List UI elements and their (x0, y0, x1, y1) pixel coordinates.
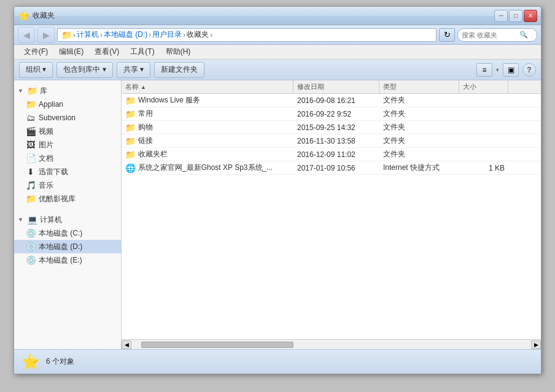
library-label: 库 (40, 86, 47, 96)
col-header-name[interactable]: 名称 ▲ (122, 80, 293, 93)
title-bar: ⭐ 收藏夹 ─ □ ✕ (14, 7, 541, 25)
drive-d-icon: 💿 (25, 242, 36, 252)
share-button[interactable]: 共享 ▾ (117, 62, 150, 78)
file-date-cell: 2015-09-25 14:32 (293, 123, 379, 132)
file-name: Windows Live 服务 (138, 95, 200, 106)
music-label: 音乐 (39, 180, 53, 191)
hscroll-right-button[interactable]: ▶ (531, 340, 541, 349)
tree-item-video[interactable]: 🎬 视频 (14, 125, 121, 138)
file-name-cell: 📁 链接 (122, 136, 293, 146)
file-list-header: 名称 ▲ 修改日期 类型 大小 (122, 80, 541, 94)
refresh-button[interactable]: ↻ (439, 28, 455, 42)
thunder-label: 迅雷下载 (39, 167, 68, 177)
file-date-cell: 2016-09-08 16:21 (293, 96, 379, 105)
address-path[interactable]: 📁 › 计算机 › 本地磁盘 (D:) › 用户目录 › 收藏夹 › (57, 28, 437, 42)
path-sep-5: › (210, 31, 212, 39)
path-drive[interactable]: 本地磁盘 (D:) (104, 29, 147, 40)
folder-subversion-icon: 🗂 (25, 113, 36, 123)
status-icon: ⭐ (21, 353, 40, 371)
path-computer[interactable]: 计算机 (77, 29, 99, 40)
path-folder-icon: 📁 (61, 30, 72, 40)
file-date-cell: 2016-11-30 13:58 (293, 137, 379, 145)
table-row[interactable]: 📁 常用 2016-09-22 9:52 文件夹 (122, 107, 541, 121)
table-row[interactable]: 📁 Windows Live 服务 2016-09-08 16:21 文件夹 (122, 94, 541, 107)
folder-applian-icon: 📁 (25, 99, 36, 109)
window-icon: ⭐ (18, 10, 30, 21)
menu-file[interactable]: 文件(F) (19, 45, 53, 58)
col-size-label: 大小 (463, 82, 476, 91)
hscroll-left-button[interactable]: ◀ (122, 340, 131, 349)
pictures-label: 图片 (39, 140, 53, 150)
youku-label: 优酷影视库 (39, 194, 76, 204)
address-bar: ◀ ▶ 📁 › 计算机 › 本地磁盘 (D:) › 用户目录 › 收藏夹 › ↻… (14, 25, 541, 45)
back-button[interactable]: ◀ (18, 27, 35, 43)
folder-thunder-icon: ⬇ (25, 167, 36, 177)
tree-item-drive-c[interactable]: 💿 本地磁盘 (C:) (14, 226, 121, 240)
path-sep-2: › (100, 31, 103, 39)
main-content: ▼ 📁 库 📁 Applian 🗂 Subversion 🎬 视频 (14, 80, 541, 349)
maximize-button[interactable]: □ (509, 10, 522, 22)
tree-item-music[interactable]: 🎵 音乐 (14, 179, 121, 192)
col-header-date[interactable]: 修改日期 (293, 80, 379, 93)
tree-section-library: ▼ 📁 库 📁 Applian 🗂 Subversion 🎬 视频 (14, 84, 121, 206)
file-name: 系统之家官网_最新Ghost XP Sp3系统_... (138, 163, 273, 173)
toolbar: 组织 ▾ 包含到库中 ▾ 共享 ▾ 新建文件夹 ≡ ▾ ▣ ? (14, 60, 541, 80)
file-type-cell: 文件夹 (379, 149, 459, 159)
col-name-label: 名称 (125, 82, 139, 91)
file-type-cell: 文件夹 (379, 136, 459, 146)
expand-library-icon: ▼ (18, 88, 24, 94)
horizontal-scrollbar[interactable]: ◀ ▶ (122, 339, 541, 349)
panel-spacer (14, 208, 121, 213)
file-date-cell: 2017-01-09 10:56 (293, 164, 379, 172)
file-date-cell: 2016-09-22 9:52 (293, 110, 379, 118)
table-row[interactable]: 📁 购物 2015-09-25 14:32 文件夹 (122, 121, 541, 134)
include-library-button[interactable]: 包含到库中 ▾ (56, 62, 112, 78)
path-current: 收藏夹 (187, 29, 209, 40)
path-userdir[interactable]: 用户目录 (152, 29, 182, 40)
file-list: 📁 Windows Live 服务 2016-09-08 16:21 文件夹 📁… (122, 94, 541, 339)
organize-button[interactable]: 组织 ▾ (19, 62, 53, 78)
close-button[interactable]: ✕ (524, 10, 537, 22)
menu-view[interactable]: 查看(V) (90, 45, 124, 58)
applian-label: Applian (39, 100, 63, 109)
hscroll-track[interactable] (141, 340, 521, 349)
col-date-label: 修改日期 (297, 82, 324, 91)
search-box[interactable]: 🔍 (457, 28, 537, 42)
tree-item-youku[interactable]: 📁 优酷影视库 (14, 192, 121, 206)
tree-item-subversion[interactable]: 🗂 Subversion (14, 111, 121, 125)
menu-tools[interactable]: 工具(T) (125, 45, 159, 58)
hscroll-thumb[interactable] (141, 342, 293, 348)
table-row[interactable]: 📁 收藏夹栏 2016-12-09 11:02 文件夹 (122, 148, 541, 161)
pane-button[interactable]: ▣ (503, 63, 519, 77)
organize-label: 组织 ▾ (26, 64, 46, 75)
status-text: 6 个对象 (46, 356, 74, 367)
tree-item-pictures[interactable]: 🖼 图片 (14, 138, 121, 152)
tree-item-applian[interactable]: 📁 Applian (14, 98, 121, 111)
search-input[interactable] (462, 31, 517, 39)
file-name-cell: 📁 购物 (122, 122, 293, 133)
tree-item-drive-d[interactable]: 💿 本地磁盘 (D:) (14, 240, 121, 253)
file-name-cell: 📁 常用 (122, 109, 293, 119)
drive-c-label: 本地磁盘 (C:) (39, 228, 82, 239)
tree-item-library[interactable]: ▼ 📁 库 (14, 84, 121, 98)
menu-help[interactable]: 帮助(H) (161, 45, 196, 58)
menu-edit[interactable]: 编辑(E) (54, 45, 88, 58)
new-folder-button[interactable]: 新建文件夹 (154, 62, 204, 78)
col-type-label: 类型 (383, 82, 397, 91)
file-folder-icon: 📁 (125, 136, 136, 146)
table-row[interactable]: 📁 链接 2016-11-30 13:58 文件夹 (122, 134, 541, 148)
tree-item-thunder[interactable]: ⬇ 迅雷下载 (14, 165, 121, 179)
table-row[interactable]: 🌐 系统之家官网_最新Ghost XP Sp3系统_... 2017-01-09… (122, 161, 541, 175)
col-header-size[interactable]: 大小 (459, 80, 508, 93)
file-name-cell: 📁 Windows Live 服务 (122, 95, 293, 106)
view-options-button[interactable]: ≡ (476, 63, 492, 77)
help-button[interactable]: ? (522, 63, 536, 77)
file-size-cell: 1 KB (459, 164, 508, 172)
tree-item-documents[interactable]: 📄 文档 (14, 152, 121, 165)
col-header-type[interactable]: 类型 (379, 80, 459, 93)
tree-item-drive-e[interactable]: 💿 本地磁盘 (E:) (14, 253, 121, 267)
minimize-button[interactable]: ─ (494, 10, 508, 22)
forward-button[interactable]: ▶ (37, 27, 55, 43)
tree-item-computer[interactable]: ▼ 💻 计算机 (14, 213, 121, 226)
pane-icon: ▣ (508, 66, 514, 74)
